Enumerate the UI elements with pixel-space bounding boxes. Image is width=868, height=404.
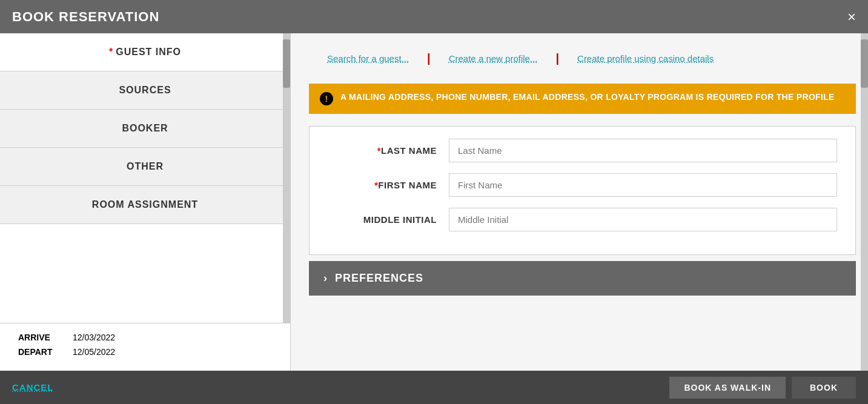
- sidebar-scroll-thumb: [283, 39, 290, 88]
- required-star: *: [109, 47, 113, 57]
- first-name-label: *FIRST NAME: [328, 180, 449, 190]
- links-row: Search for a guest... | Create a new pro…: [309, 45, 856, 71]
- sidebar-item-guest-info[interactable]: *GUEST INFO: [0, 33, 290, 71]
- dialog-title: BOOK RESERVATION: [12, 9, 159, 25]
- right-scrollbar[interactable]: [861, 33, 868, 371]
- arrive-value: 12/03/2022: [73, 333, 115, 342]
- middle-initial-label: MIDDLE INITIAL: [328, 214, 449, 225]
- warning-icon: !: [320, 92, 333, 105]
- form-section: *LAST NAME *FIRST NAME MIDDLE INITIAL: [309, 126, 856, 255]
- sidebar-nav: *GUEST INFO SOURCES BOOKER OTHER ROOM AS…: [0, 33, 290, 323]
- right-scroll-thumb: [861, 39, 868, 88]
- sidebar-item-sources[interactable]: SOURCES: [0, 71, 290, 110]
- sidebar: *GUEST INFO SOURCES BOOKER OTHER ROOM AS…: [0, 33, 291, 371]
- depart-label: DEPART: [18, 347, 61, 357]
- last-name-row: *LAST NAME: [328, 139, 837, 162]
- right-content: Search for a guest... | Create a new pro…: [291, 33, 868, 371]
- sidebar-item-room-assignment[interactable]: ROOM ASSIGNMENT: [0, 186, 290, 224]
- dialog-header: BOOK RESERVATION ×: [0, 0, 868, 33]
- preferences-section[interactable]: › PREFERENCES: [309, 261, 856, 296]
- warning-banner: ! A MAILING ADDRESS, PHONE NUMBER, EMAIL…: [309, 84, 856, 114]
- preferences-label: PREFERENCES: [335, 272, 423, 285]
- last-name-label: *LAST NAME: [328, 145, 449, 156]
- search-guest-link[interactable]: Search for a guest...: [309, 53, 427, 64]
- last-name-input[interactable]: [449, 139, 837, 162]
- casino-profile-link[interactable]: Create profile using casino details: [559, 53, 732, 64]
- sidebar-item-other[interactable]: OTHER: [0, 148, 290, 186]
- right-buttons: BOOK AS WALK-IN BOOK: [669, 377, 856, 399]
- book-walk-in-button[interactable]: BOOK AS WALK-IN: [669, 377, 786, 399]
- middle-initial-input[interactable]: [449, 208, 837, 231]
- bottom-bar: CANCEL BOOK AS WALK-IN BOOK: [0, 371, 868, 404]
- arrive-row: ARRIVE 12/03/2022: [18, 333, 272, 342]
- main-content: *GUEST INFO SOURCES BOOKER OTHER ROOM AS…: [0, 33, 868, 371]
- cancel-button[interactable]: CANCEL: [12, 382, 54, 392]
- sidebar-scrollbar[interactable]: [283, 33, 290, 323]
- chevron-right-icon: ›: [323, 272, 328, 285]
- sidebar-dates: ARRIVE 12/03/2022 DEPART 12/05/2022: [0, 323, 290, 371]
- warning-message: A MAILING ADDRESS, PHONE NUMBER, EMAIL A…: [340, 92, 835, 102]
- right-panel: Search for a guest... | Create a new pro…: [291, 33, 868, 371]
- book-button[interactable]: BOOK: [792, 377, 856, 399]
- create-profile-link[interactable]: Create a new profile...: [431, 53, 556, 64]
- first-name-input[interactable]: [449, 173, 837, 197]
- first-name-row: *FIRST NAME: [328, 173, 837, 197]
- close-icon[interactable]: ×: [847, 8, 856, 25]
- depart-value: 12/05/2022: [73, 347, 115, 357]
- arrive-label: ARRIVE: [18, 333, 61, 342]
- middle-initial-row: MIDDLE INITIAL: [328, 208, 837, 231]
- depart-row: DEPART 12/05/2022: [18, 347, 272, 357]
- sidebar-item-booker[interactable]: BOOKER: [0, 110, 290, 148]
